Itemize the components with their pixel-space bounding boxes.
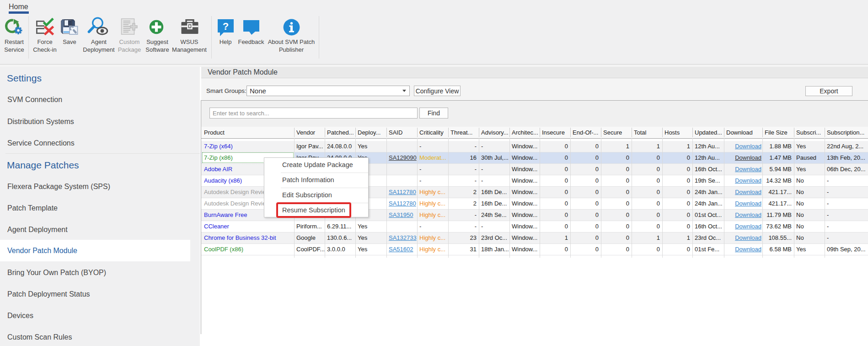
svg-text:?: ? xyxy=(223,21,229,32)
